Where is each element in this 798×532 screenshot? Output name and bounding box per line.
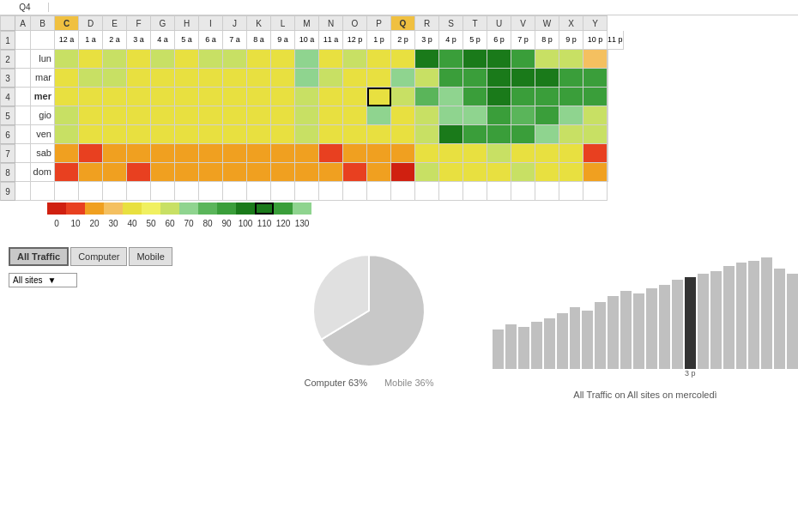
heatmap-cell[interactable] [511,88,535,106]
heatmap-cell[interactable] [391,88,415,106]
heatmap-cell[interactable] [583,69,608,88]
heatmap-cell[interactable] [343,144,367,163]
heatmap-cell[interactable] [247,125,271,144]
col-header-r[interactable]: R [415,15,439,31]
cell[interactable] [127,182,151,201]
heatmap-cell[interactable] [439,88,463,106]
heatmap-cell[interactable] [415,144,439,163]
heatmap-cell[interactable] [55,144,79,163]
heatmap-cell[interactable] [439,125,463,144]
cell[interactable] [391,182,415,201]
heatmap-cell[interactable] [199,69,223,88]
heatmap-cell[interactable] [295,125,319,144]
cell[interactable] [415,182,439,201]
cell[interactable] [15,106,31,125]
col-header-s[interactable]: S [439,15,463,31]
heatmap-cell[interactable] [439,69,463,88]
heatmap-cell[interactable] [55,163,79,182]
heatmap-cell[interactable] [175,69,199,88]
col-header-f[interactable]: F [127,15,151,31]
cell[interactable] [55,182,79,201]
col-header-u[interactable]: U [487,15,511,31]
col-header-k[interactable]: K [247,15,271,31]
cell[interactable] [223,182,247,201]
heatmap-cell[interactable] [199,106,223,125]
heatmap-cell[interactable] [535,125,559,144]
heatmap-cell[interactable] [608,163,608,182]
heatmap-cell[interactable] [511,106,535,125]
heatmap-cell[interactable] [463,125,487,144]
heatmap-cell[interactable] [391,50,415,69]
heatmap-cell[interactable] [343,106,367,125]
heatmap-cell[interactable] [223,106,247,125]
cell[interactable] [511,182,535,201]
heatmap-cell[interactable] [415,88,439,106]
heatmap-cell[interactable] [103,106,127,125]
heatmap-cell[interactable] [151,88,175,106]
cell[interactable] [583,182,608,201]
cell[interactable] [15,31,31,50]
cell[interactable] [79,182,103,201]
col-header-t[interactable]: T [463,15,487,31]
heatmap-cell[interactable] [367,88,391,106]
heatmap-cell[interactable] [103,88,127,106]
heatmap-cell[interactable] [559,163,583,182]
heatmap-cell[interactable] [199,88,223,106]
heatmap-cell[interactable] [55,106,79,125]
heatmap-cell[interactable] [247,50,271,69]
heatmap-cell[interactable] [583,163,608,182]
cell[interactable] [31,182,55,201]
heatmap-cell[interactable] [151,125,175,144]
heatmap-cell[interactable] [199,50,223,69]
heatmap-cell[interactable] [559,106,583,125]
heatmap-cell[interactable] [79,144,103,163]
heatmap-cell[interactable] [608,69,608,88]
heatmap-cell[interactable] [391,106,415,125]
cell[interactable] [343,182,367,201]
heatmap-cell[interactable] [319,125,343,144]
heatmap-cell[interactable] [559,144,583,163]
heatmap-cell[interactable] [295,144,319,163]
heatmap-cell[interactable] [247,69,271,88]
name-box[interactable]: Q4 [2,3,49,12]
heatmap-cell[interactable] [55,88,79,106]
heatmap-cell[interactable] [391,144,415,163]
heatmap-cell[interactable] [367,163,391,182]
heatmap-cell[interactable] [151,50,175,69]
heatmap-cell[interactable] [559,50,583,69]
heatmap-cell[interactable] [223,88,247,106]
cell[interactable] [319,182,343,201]
heatmap-cell[interactable] [511,144,535,163]
heatmap-cell[interactable] [175,144,199,163]
heatmap-cell[interactable] [223,144,247,163]
heatmap-cell[interactable] [343,88,367,106]
heatmap-cell[interactable] [127,144,151,163]
cell[interactable] [151,182,175,201]
cell[interactable] [247,182,271,201]
heatmap-cell[interactable] [79,125,103,144]
heatmap-cell[interactable] [175,88,199,106]
heatmap-cell[interactable] [463,50,487,69]
heatmap-cell[interactable] [439,144,463,163]
heatmap-cell[interactable] [608,88,608,106]
heatmap-cell[interactable] [583,125,608,144]
heatmap-cell[interactable] [175,163,199,182]
heatmap-cell[interactable] [343,69,367,88]
heatmap-cell[interactable] [439,163,463,182]
heatmap-cell[interactable] [391,69,415,88]
heatmap-cell[interactable] [319,69,343,88]
heatmap-cell[interactable] [295,106,319,125]
heatmap-cell[interactable] [151,69,175,88]
heatmap-cell[interactable] [415,163,439,182]
heatmap-cell[interactable] [463,88,487,106]
cell[interactable] [487,182,511,201]
heatmap-cell[interactable] [415,50,439,69]
heatmap-cell[interactable] [55,69,79,88]
heatmap-cell[interactable] [367,69,391,88]
col-header-g[interactable]: G [151,15,175,31]
heatmap-cell[interactable] [175,125,199,144]
heatmap-cell[interactable] [367,125,391,144]
col-header-l[interactable]: L [271,15,295,31]
heatmap-cell[interactable] [247,144,271,163]
heatmap-cell[interactable] [271,88,295,106]
